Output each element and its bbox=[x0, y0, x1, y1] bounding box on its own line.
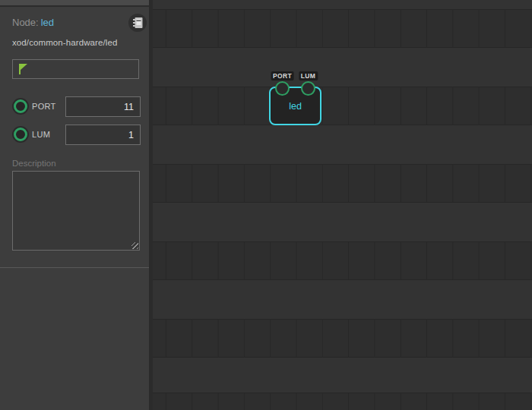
node-led[interactable]: PORT LUM led bbox=[269, 87, 321, 125]
description-label: Description bbox=[12, 159, 56, 168]
grid-row-band bbox=[153, 241, 532, 280]
description-textarea[interactable] bbox=[12, 171, 140, 251]
docs-button[interactable] bbox=[128, 14, 147, 32]
sidebar-topbar bbox=[0, 0, 149, 7]
xod-ide-window: PORT LUM led Node:led x bbox=[0, 0, 532, 410]
pin-port[interactable] bbox=[275, 81, 290, 96]
pin-row-label: PORT bbox=[32, 102, 56, 111]
inspector-title: Node:led bbox=[12, 17, 54, 28]
port-value-input[interactable] bbox=[65, 96, 141, 117]
node-label: led bbox=[271, 101, 320, 112]
pin-lum[interactable] bbox=[301, 81, 315, 96]
sidebar-divider bbox=[0, 267, 149, 268]
node-label-input[interactable] bbox=[12, 59, 139, 79]
pin-circle-icon bbox=[14, 128, 27, 141]
book-icon bbox=[132, 17, 144, 29]
pin-label-badge: PORT bbox=[271, 71, 294, 80]
pin-row-label: LUM bbox=[32, 130, 50, 139]
grid-row-band bbox=[153, 393, 532, 410]
lum-value-input[interactable] bbox=[65, 125, 141, 145]
patch-path: xod/common-hardware/led bbox=[12, 38, 117, 47]
patch-canvas[interactable]: PORT LUM led bbox=[153, 0, 532, 410]
grid-row-band bbox=[153, 9, 532, 48]
pin-circle-icon bbox=[14, 99, 27, 113]
grid-row-band bbox=[153, 319, 532, 358]
inspector-sidebar: Node:led xod/common-hardware/led PORT bbox=[0, 0, 153, 410]
pin-label-badge: LUM bbox=[299, 71, 318, 80]
flag-icon bbox=[19, 64, 27, 74]
grid-row-band bbox=[153, 164, 532, 203]
grid-row-band bbox=[153, 87, 532, 125]
inspector-title-label: Node: bbox=[12, 17, 39, 28]
sidebar-scrollbar-gutter bbox=[149, 0, 153, 410]
inspector-node-name: led bbox=[41, 17, 54, 28]
